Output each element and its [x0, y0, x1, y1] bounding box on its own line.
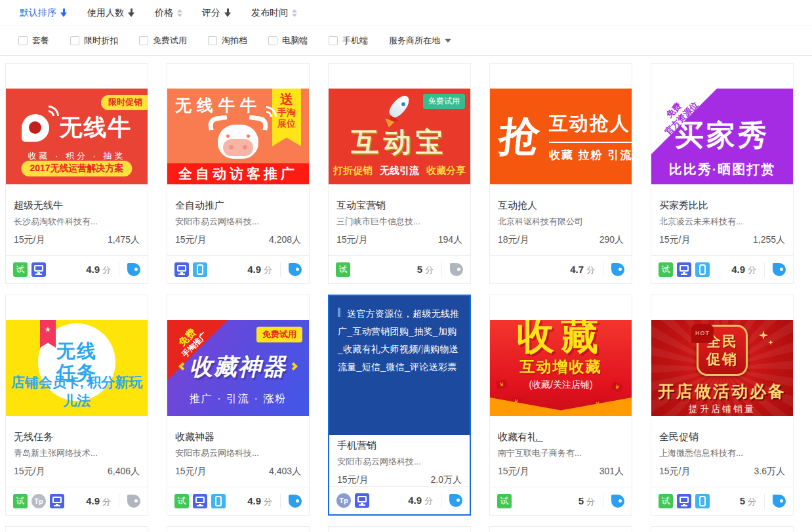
sort-default[interactable]: 默认排序 — [20, 7, 68, 19]
company-name[interactable]: 南宁互联电子商务有... — [498, 447, 624, 459]
company-name[interactable]: 上海微悉信息科技有... — [659, 447, 785, 459]
app-title[interactable]: 互动宝营销 — [336, 199, 462, 212]
checkbox[interactable] — [70, 36, 79, 45]
card-footer: 试 Tp 4.9分 — [6, 487, 148, 515]
rating-value: 4.9 — [247, 495, 261, 506]
pc-icon — [174, 262, 189, 277]
app-card-wuxianniu[interactable]: 限时促销 无线牛 收藏 · 积分 · 抽奖 2017无线运营解决方案 超级无线牛… — [5, 63, 148, 284]
wangwang-chat-icon[interactable] — [127, 495, 140, 508]
pc-icon — [50, 494, 64, 508]
app-title[interactable]: 手机营销 — [337, 439, 462, 452]
wangwang-chat-icon[interactable] — [450, 263, 463, 276]
app-title[interactable]: 无线任务 — [14, 430, 140, 443]
company-name[interactable]: 青岛新主张网络技术... — [14, 447, 140, 459]
card-footer: 试 5分 — [651, 487, 793, 515]
app-card-maijiaxiu[interactable]: 免费 官方资源位 买家秀 比比秀·晒图打赏 买家秀比比 北京凌云未来科技有...… — [651, 63, 794, 284]
card-info: 超级无线牛 长沙易淘软件科技有... 15元/月 1,475人 — [6, 184, 148, 246]
card-info: 全自动推广 安阳市易云网络科技... 15元/月 4,208人 — [167, 184, 309, 246]
checkbox[interactable] — [139, 36, 148, 45]
app-title[interactable]: 收藏神器 — [175, 430, 301, 443]
company-name[interactable]: 三门峡市巨牛信息技... — [336, 216, 462, 228]
rating-unit: 分 — [264, 264, 272, 276]
wangwang-chat-icon[interactable] — [449, 494, 462, 507]
banner-title: 无线牛牛 — [175, 94, 262, 116]
filter-taopaidang[interactable]: 淘拍档 — [208, 35, 247, 47]
sort-rating[interactable]: 评分 — [202, 7, 232, 19]
checkbox[interactable] — [18, 36, 28, 45]
price: 18元/月 — [498, 234, 529, 246]
checkbox[interactable] — [268, 36, 277, 45]
app-card-quanmincuxiao[interactable]: HOT 全民 促销 开店做活动必备 提升店铺销量 全民促销 上海微悉信息科技有.… — [651, 295, 794, 516]
company-name[interactable]: 安阳市易云网络科技... — [175, 216, 301, 228]
wangwang-chat-icon[interactable] — [289, 263, 302, 276]
filter-limited-discount[interactable]: 限时折扣 — [70, 35, 118, 47]
company-name[interactable]: 北京科讴科技有限公司 — [498, 216, 624, 228]
card-top-space — [6, 295, 148, 320]
user-count: 1,475人 — [108, 234, 140, 246]
app-card-wuxianrenwu[interactable]: ★ 无线 任务 店铺会员卡, 积分新玩儿法 无线任务 青岛新主张网络技术... … — [5, 295, 148, 516]
free-trial-badge: 免费试用 — [256, 327, 302, 342]
app-title[interactable]: 互动抢人 — [498, 199, 624, 212]
grid-row-2: ★ 无线 任务 店铺会员卡, 积分新玩儿法 无线任务 青岛新主张网络技术... … — [5, 295, 812, 516]
trial-badge: 试 — [497, 494, 512, 508]
next-row-card-stub — [328, 526, 471, 531]
app-title[interactable]: 超级无线牛 — [14, 199, 140, 212]
company-name[interactable]: 安阳市易云网络科技... — [337, 456, 462, 468]
sort-updown-icon — [177, 9, 182, 17]
user-count: 4,403人 — [269, 465, 301, 478]
app-card-quanzidong[interactable]: 无线牛牛 送 手淘 展位 全自动访客推广 全自动推广 安阳市易云网络科技... … — [167, 63, 310, 284]
wangwang-chat-icon[interactable] — [611, 495, 624, 508]
app-title[interactable]: 全民促销 — [659, 430, 785, 443]
filter-free-trial[interactable]: 免费试用 — [139, 35, 187, 47]
provider-location-dropdown[interactable]: 服务商所在地 — [389, 35, 451, 47]
user-count: 6,406人 — [108, 465, 140, 478]
app-description-panel: 送官方资源位，超级无线推广_互动营销团购_抽奖_加购_收藏有礼大师视频/满购物送… — [329, 296, 470, 435]
app-card-shoujiyingxiao-hover[interactable]: 送官方资源位，超级无线推广_互动营销团购_抽奖_加购_收藏有礼大师视频/满购物送… — [328, 295, 471, 516]
checkbox[interactable] — [208, 36, 217, 45]
app-title[interactable]: 买家秀比比 — [659, 199, 785, 212]
rating-unit: 分 — [102, 496, 111, 508]
wangwang-chat-icon[interactable] — [127, 263, 140, 276]
banner-line2: 提升店铺销量 — [651, 403, 793, 415]
app-title[interactable]: 全自动推广 — [175, 199, 301, 212]
card-footer: 试 5分 — [490, 487, 632, 515]
user-count: 301人 — [599, 465, 624, 478]
user-count: 194人 — [438, 234, 462, 246]
price: 15元/月 — [336, 234, 367, 246]
banner-strip: 全自动访客推广 — [167, 163, 309, 184]
company-name[interactable]: 长沙易淘软件科技有... — [14, 216, 140, 228]
app-card-hudongbao[interactable]: 免费试用 互动宝 打折促销 无线引流 收藏分享 互动宝营销 三门峡市巨牛信息技.… — [328, 63, 471, 284]
wireless-eye-logo-icon — [22, 114, 49, 142]
card-info: 手机营销 安阳市易云网络科技... 15元/月 2.0万人 — [329, 435, 470, 486]
app-card-shoucangshenqi[interactable]: 免费 手淘推广 免费试用 收藏神器 推广 · 引流 · 涨粉 收藏神器 安阳市易… — [167, 295, 310, 516]
app-banner: HOT 全民 促销 开店做活动必备 提升店铺销量 — [651, 320, 793, 416]
app-card-qiangren[interactable]: 抢 互动抢人 收藏 拉粉 引流 互动抢人 北京科讴科技有限公司 18元/月 29… — [489, 63, 632, 284]
divider — [441, 262, 442, 277]
filter-pc[interactable]: 电脑端 — [268, 35, 308, 47]
filter-package[interactable]: 套餐 — [18, 35, 49, 47]
app-grid: 限时促销 无线牛 收藏 · 积分 · 抽奖 2017无线运营解决方案 超级无线牛… — [0, 56, 812, 531]
app-card-shoucangyouli[interactable]: 收藏 互动增收藏 (收藏/关注店铺) ¥ ¥ ¥ ¥ 收藏有礼_ 南宁互联电子商… — [489, 295, 632, 516]
trial-badge: 试 — [659, 262, 673, 277]
banner-subtitle: 店铺会员卡, 积分新玩儿法 — [6, 373, 148, 410]
rating-unit: 分 — [586, 496, 595, 508]
price: 15元/月 — [14, 234, 45, 246]
wangwang-chat-icon[interactable] — [289, 495, 302, 508]
app-title[interactable]: 收藏有礼_ — [498, 430, 624, 443]
app-description: 送官方资源位，超级无线推广_互动营销团购_抽奖_加购_收藏有礼大师视频/满购物送… — [338, 308, 460, 372]
grid-row-3-partial — [5, 526, 812, 531]
banner-app-icon: HOT 全民 促销 — [697, 325, 748, 376]
company-name[interactable]: 北京凌云未来科技有... — [659, 216, 785, 228]
checkbox[interactable] — [329, 36, 338, 45]
wangwang-chat-icon[interactable] — [773, 495, 786, 508]
card-info: 无线任务 青岛新主张网络技术... 15元/月 6,406人 — [6, 416, 148, 478]
sort-user-count[interactable]: 使用人数 — [87, 7, 135, 19]
sort-price[interactable]: 价格 — [155, 7, 182, 19]
wangwang-chat-icon[interactable] — [611, 263, 624, 276]
wangwang-chat-icon[interactable] — [773, 263, 786, 276]
filter-bar: 套餐 限时折扣 免费试用 淘拍档 电脑端 手机端 服务商所在地 — [0, 26, 812, 56]
filter-mobile[interactable]: 手机端 — [329, 35, 368, 47]
sort-publish-time[interactable]: 发布时间 — [251, 7, 297, 19]
card-top-space — [490, 295, 632, 320]
company-name[interactable]: 安阳市易云网络科技... — [175, 447, 301, 459]
